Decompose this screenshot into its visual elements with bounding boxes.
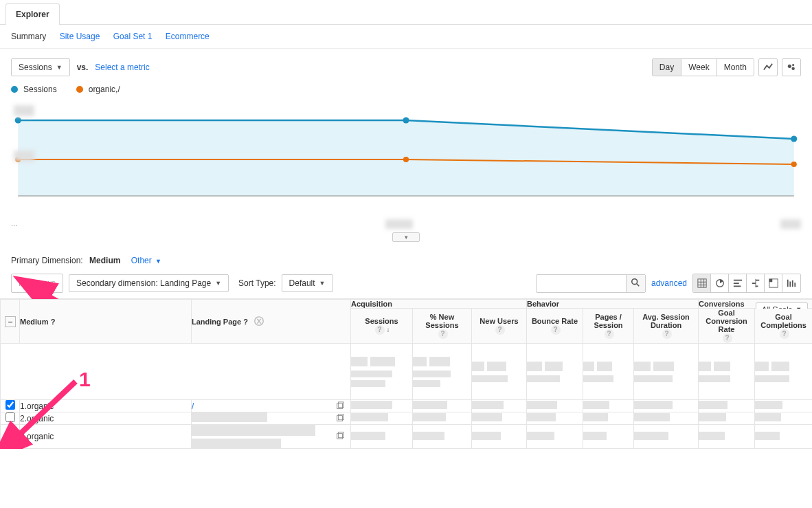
group-conversions: Conversions All Goals ▼ <box>699 300 812 309</box>
chart-legend: Sessions organic,/ <box>0 82 812 101</box>
legend-item-sessions: Sessions <box>11 85 57 94</box>
col-completions[interactable]: Goal Completions? <box>755 309 812 344</box>
col-pages[interactable]: Pages / Session? <box>583 309 634 344</box>
view-table-icon[interactable] <box>693 274 711 292</box>
dimension-other[interactable]: Other ▼ <box>131 256 161 265</box>
secondary-dimension-dropdown[interactable]: Secondary dimension: Landing Page ▼ <box>69 274 229 292</box>
chart-area <box>0 101 812 218</box>
x-axis: ... <box>0 218 812 232</box>
row-medium[interactable]: organic <box>27 414 191 423</box>
search-icon <box>631 278 640 287</box>
time-segment-group: Day Week Month <box>652 58 754 76</box>
scope-goal-set-1[interactable]: Goal Set 1 <box>113 32 153 41</box>
svg-point-2 <box>792 64 794 66</box>
col-landing[interactable]: Landing Page <box>192 318 241 326</box>
view-comparison-icon[interactable] <box>747 274 765 292</box>
svg-rect-33 <box>338 401 343 407</box>
select-metric-link[interactable]: Select a metric <box>95 63 149 72</box>
view-pie-icon[interactable] <box>711 274 729 292</box>
search-input[interactable] <box>537 275 626 292</box>
help-icon[interactable]: ? <box>243 318 248 326</box>
x-axis-label-blurred <box>780 219 801 229</box>
col-sessions[interactable]: Sessions?↓ <box>351 309 413 344</box>
chevron-down-icon: ▼ <box>215 280 221 287</box>
col-avg-dur[interactable]: Avg. Session Duration? <box>634 309 699 344</box>
open-link-icon[interactable] <box>335 401 345 411</box>
collapse-all-button[interactable]: – <box>5 316 16 327</box>
legend-label: organic,/ <box>89 85 120 94</box>
remove-dimension-icon[interactable]: ⓧ <box>254 316 264 327</box>
svg-point-10 <box>632 278 638 284</box>
chart-type-motion-icon[interactable] <box>782 58 801 76</box>
svg-point-6 <box>791 136 797 142</box>
advanced-link[interactable]: advanced <box>651 278 687 288</box>
svg-point-5 <box>403 118 409 124</box>
row-landing-page[interactable]: / <box>192 401 194 411</box>
table-row: 3.organic <box>1 425 813 449</box>
help-icon[interactable]: ? <box>438 329 448 339</box>
primary-dimension-value[interactable]: Medium <box>89 256 120 265</box>
tab-explorer[interactable]: Explorer <box>5 3 60 25</box>
row-checkbox[interactable] <box>5 400 15 410</box>
group-behavior: Behavior <box>527 300 699 309</box>
metric-row: Sessions ▼ vs. Select a metric Day Week … <box>0 49 812 82</box>
seg-day[interactable]: Day <box>653 59 681 76</box>
scope-ecommerce[interactable]: Ecommerce <box>166 32 210 41</box>
svg-point-8 <box>403 157 409 162</box>
summary-row <box>1 344 813 400</box>
svg-rect-12 <box>697 279 706 287</box>
row-index: 3. <box>20 432 27 441</box>
help-icon[interactable]: ? <box>51 318 56 326</box>
legend-dot-icon <box>11 86 18 93</box>
primary-dimension-label: Primary Dimension: <box>11 256 83 265</box>
seg-week[interactable]: Week <box>681 59 717 76</box>
search-box <box>536 274 646 293</box>
col-conv-rate[interactable]: Goal Conversion Rate? <box>699 309 755 344</box>
data-table: – Medium ? Landing Page ? ⓧ Acquisition … <box>0 299 812 449</box>
help-icon[interactable]: ? <box>551 325 561 335</box>
view-bar-icon[interactable] <box>729 274 747 292</box>
chevron-down-icon: ▼ <box>155 258 161 265</box>
scope-bar: Summary Site Usage Goal Set 1 Ecommerce <box>0 25 812 49</box>
help-icon[interactable]: ? <box>662 329 672 339</box>
tab-bar: Explorer <box>0 0 812 25</box>
col-new-pct[interactable]: % New Sessions? <box>413 309 472 344</box>
sort-arrow-icon: ↓ <box>387 326 390 333</box>
primary-dimension-row: Primary Dimension: Medium Other ▼ <box>0 249 812 268</box>
help-icon[interactable]: ? <box>780 329 789 339</box>
svg-rect-34 <box>337 415 343 421</box>
metric-dropdown[interactable]: Sessions ▼ <box>11 58 70 76</box>
sort-type-value: Default <box>289 278 315 288</box>
expand-chart-button[interactable]: ▾ <box>392 232 420 242</box>
help-icon[interactable]: ? <box>495 325 505 335</box>
row-checkbox[interactable] <box>5 412 15 422</box>
secondary-dimension-label: Secondary dimension: Landing Page <box>76 278 211 288</box>
legend-label: Sessions <box>23 85 57 94</box>
scope-site-usage[interactable]: Site Usage <box>60 32 100 41</box>
svg-point-1 <box>791 67 794 70</box>
col-medium[interactable]: Medium <box>20 318 49 326</box>
chart-expander: ▾ <box>0 232 812 249</box>
help-icon[interactable]: ? <box>723 333 732 343</box>
open-link-icon[interactable] <box>335 432 345 441</box>
col-new-users[interactable]: New Users? <box>472 309 527 344</box>
plot-rows-button[interactable]: Plot Rows <box>11 274 63 293</box>
help-icon[interactable]: ? <box>605 329 614 339</box>
open-link-icon[interactable] <box>335 414 345 423</box>
row-medium[interactable]: organic <box>27 401 191 411</box>
scope-summary[interactable]: Summary <box>11 32 46 41</box>
chart-type-line-icon[interactable] <box>758 58 778 76</box>
metric-dropdown-label: Sessions <box>19 63 52 72</box>
view-pivot-icon[interactable] <box>765 274 782 292</box>
seg-month[interactable]: Month <box>717 59 754 76</box>
y-axis-label-blurred <box>14 105 34 116</box>
view-cloud-icon[interactable] <box>782 274 800 292</box>
help-icon[interactable]: ? <box>375 325 385 335</box>
row-medium[interactable]: organic <box>27 432 191 441</box>
row-index: 2. <box>20 414 27 423</box>
row-checkbox[interactable] <box>5 431 15 441</box>
table-row: 1.organic / <box>1 400 813 412</box>
col-bounce[interactable]: Bounce Rate? <box>527 309 583 344</box>
search-button[interactable] <box>626 275 645 292</box>
sort-type-dropdown[interactable]: Default ▼ <box>282 274 333 292</box>
